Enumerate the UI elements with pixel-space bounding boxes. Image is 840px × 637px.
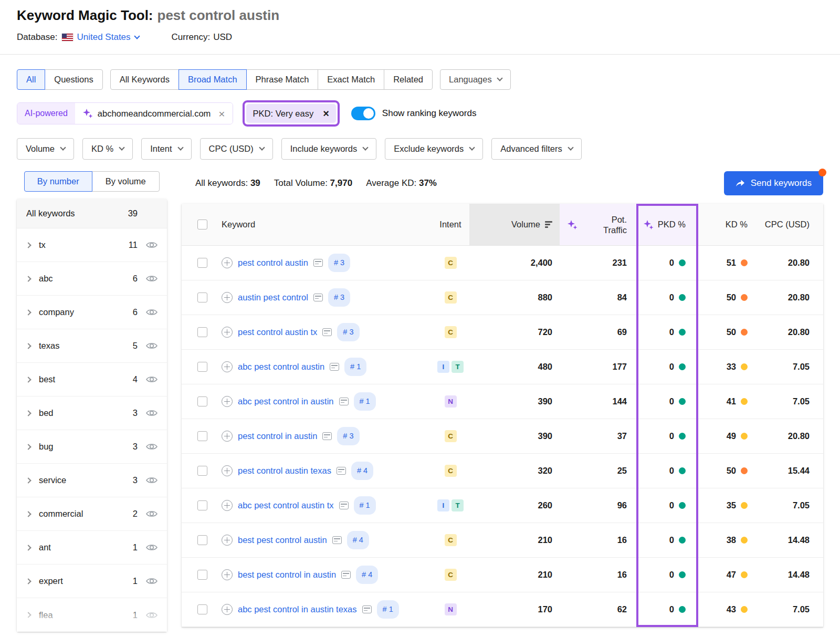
serp-features-icon[interactable] <box>322 328 332 336</box>
position-badge[interactable]: # 1 <box>377 600 399 619</box>
serp-features-icon[interactable] <box>313 259 323 267</box>
column-header-intent[interactable]: Intent <box>432 204 469 245</box>
row-checkbox[interactable] <box>197 535 207 545</box>
keyword-link[interactable]: pest control austin tx <box>238 327 317 337</box>
eye-icon[interactable] <box>146 611 158 619</box>
position-badge[interactable]: # 1 <box>354 392 376 411</box>
match-type-tab[interactable]: All Keywords <box>110 69 179 90</box>
add-keyword-icon[interactable] <box>222 604 233 615</box>
row-checkbox[interactable] <box>197 466 207 476</box>
keyword-link[interactable]: austin pest control <box>238 293 308 302</box>
serp-features-icon[interactable] <box>330 363 339 371</box>
keyword-link[interactable]: best pest control austin <box>238 535 327 545</box>
match-type-tab[interactable]: Related <box>384 69 433 90</box>
clear-domain-icon[interactable]: × <box>218 108 225 119</box>
row-checkbox[interactable] <box>197 293 207 302</box>
keyword-link[interactable]: pest control in austin <box>238 431 317 441</box>
serp-features-icon[interactable] <box>313 294 323 301</box>
sidebar-view-tab[interactable]: By volume <box>92 171 160 192</box>
filter-dropdown[interactable]: Exclude keywords <box>385 138 483 160</box>
column-header-pkd[interactable]: PKD % <box>637 204 697 245</box>
add-keyword-icon[interactable] <box>222 569 233 580</box>
eye-icon[interactable] <box>146 544 158 551</box>
filter-dropdown[interactable]: CPC (USD) <box>200 138 273 160</box>
add-keyword-icon[interactable] <box>222 396 233 407</box>
row-checkbox[interactable] <box>197 431 207 441</box>
keyword-group-row[interactable]: service 3 <box>17 464 167 497</box>
scope-tab[interactable]: Questions <box>45 69 102 90</box>
serp-features-icon[interactable] <box>322 432 332 440</box>
languages-dropdown[interactable]: Languages <box>440 69 511 90</box>
serp-features-icon[interactable] <box>332 536 342 544</box>
keyword-link[interactable]: abc pest control in austin texas <box>238 604 357 614</box>
row-checkbox[interactable] <box>197 500 207 510</box>
row-checkbox[interactable] <box>197 396 207 406</box>
add-keyword-icon[interactable] <box>222 327 233 338</box>
keyword-group-row[interactable]: tx 11 <box>17 228 167 262</box>
add-keyword-icon[interactable] <box>222 431 233 442</box>
position-badge[interactable]: # 3 <box>328 254 350 272</box>
position-badge[interactable]: # 3 <box>337 427 359 445</box>
row-checkbox[interactable] <box>197 327 207 337</box>
all-keywords-group[interactable]: All keywords 39 <box>17 199 167 228</box>
column-header-volume[interactable]: Volume <box>469 204 560 245</box>
keyword-group-row[interactable]: company 6 <box>17 296 167 329</box>
match-type-tab[interactable]: Broad Match <box>178 69 247 90</box>
column-header-cpc[interactable]: CPC (USD) <box>756 204 823 245</box>
position-badge[interactable]: # 4 <box>351 462 373 480</box>
position-badge[interactable]: # 3 <box>328 288 350 307</box>
keyword-link[interactable]: abc pest control austin <box>238 362 324 371</box>
position-badge[interactable]: # 4 <box>356 566 378 584</box>
keyword-group-row[interactable]: bed 3 <box>17 396 167 430</box>
select-all-checkbox[interactable] <box>197 220 207 229</box>
add-keyword-icon[interactable] <box>222 535 233 546</box>
add-keyword-icon[interactable] <box>222 361 233 372</box>
keyword-group-row[interactable]: abc 6 <box>17 262 167 296</box>
column-header-keyword[interactable]: Keyword <box>222 204 432 245</box>
add-keyword-icon[interactable] <box>222 465 233 476</box>
match-type-tab[interactable]: Exact Match <box>318 69 384 90</box>
filter-dropdown[interactable]: Advanced filters <box>491 138 581 160</box>
pkd-filter-chip[interactable]: PKD: Very easy × <box>246 104 336 123</box>
filter-dropdown[interactable]: KD % <box>82 138 133 160</box>
filter-dropdown[interactable]: Intent <box>141 138 191 160</box>
keyword-link[interactable]: abc pest control in austin <box>238 396 334 406</box>
column-header-kd[interactable]: KD % <box>697 204 756 245</box>
keyword-link[interactable]: best pest control in austin <box>238 570 336 579</box>
clear-pkd-icon[interactable]: × <box>323 108 329 119</box>
position-badge[interactable]: # 3 <box>337 323 359 341</box>
keyword-link[interactable]: pest control austin <box>238 258 308 267</box>
keyword-group-row[interactable]: ant 1 <box>17 531 167 565</box>
sidebar-view-tab[interactable]: By number <box>24 171 92 192</box>
keyword-group-row[interactable]: best 4 <box>17 363 167 396</box>
eye-icon[interactable] <box>146 375 158 383</box>
filter-dropdown[interactable]: Volume <box>17 138 74 160</box>
domain-filter-input[interactable]: abchomeandcommercial.com × <box>75 103 233 124</box>
filter-dropdown[interactable]: Include keywords <box>281 138 376 160</box>
serp-features-icon[interactable] <box>339 398 349 405</box>
keyword-group-row[interactable]: flea 1 <box>17 598 167 632</box>
match-type-tab[interactable]: Phrase Match <box>246 69 319 90</box>
eye-icon[interactable] <box>146 476 158 484</box>
eye-icon[interactable] <box>146 409 158 417</box>
eye-icon[interactable] <box>146 443 158 451</box>
keyword-group-row[interactable]: expert 1 <box>17 565 167 598</box>
serp-features-icon[interactable] <box>341 571 351 579</box>
position-badge[interactable]: # 1 <box>344 358 366 376</box>
eye-icon[interactable] <box>146 275 158 283</box>
keyword-group-row[interactable]: texas 5 <box>17 329 167 363</box>
show-ranking-toggle[interactable] <box>351 107 375 120</box>
add-keyword-icon[interactable] <box>222 292 233 303</box>
keyword-group-row[interactable]: commercial 2 <box>17 497 167 531</box>
keyword-link[interactable]: pest control austin texas <box>238 466 331 475</box>
eye-icon[interactable] <box>146 577 158 585</box>
add-keyword-icon[interactable] <box>222 257 233 268</box>
column-header-potential-traffic[interactable]: Pot. Traffic <box>560 204 637 245</box>
serp-features-icon[interactable] <box>337 467 346 475</box>
row-checkbox[interactable] <box>197 362 207 372</box>
row-checkbox[interactable] <box>197 258 207 268</box>
eye-icon[interactable] <box>146 308 158 316</box>
send-keywords-button[interactable]: Send keywords <box>724 171 823 195</box>
row-checkbox[interactable] <box>197 570 207 580</box>
serp-features-icon[interactable] <box>362 605 372 613</box>
